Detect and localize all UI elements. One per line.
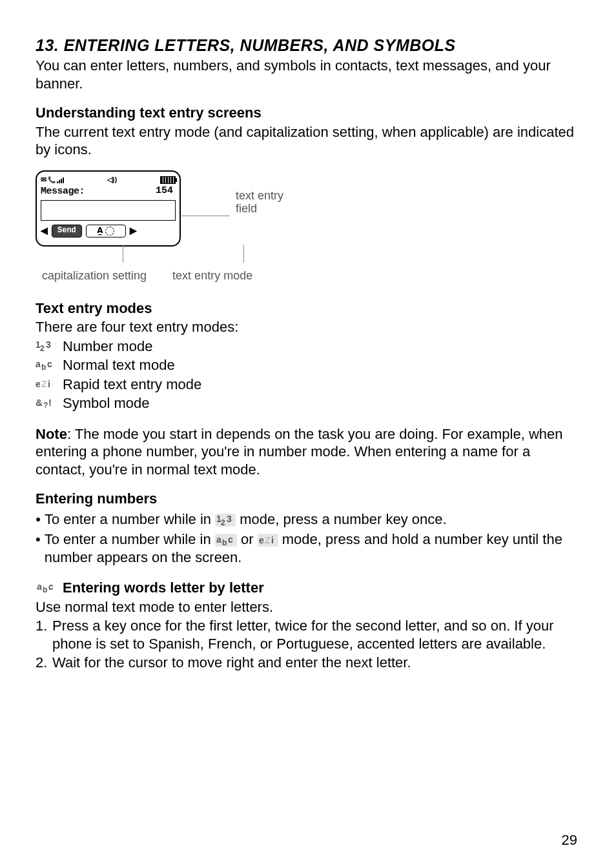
phone-char-counter: 154 [156,185,173,197]
figure-annot-mode: text entry mode [172,268,252,283]
mode-item-symbol: Symbol mode [36,394,580,412]
body-modes-intro: There are four text entry modes: [36,318,580,336]
section-title: 13. ENTERING LETTERS, NUMBERS, AND SYMBO… [36,35,580,56]
mode-item-normal: Normal text mode [36,356,580,374]
normal-text-mode-inline-icon [215,534,237,547]
capitalization-glyph-icon: A̲ [97,226,103,236]
phone-text-entry-field [41,200,176,221]
normal-text-mode-heading-icon [36,581,59,594]
bullet-dot-icon: • [36,530,41,549]
phone-textmode-softkey: A̲ [86,225,126,237]
left-arrow-icon: ◀ [41,225,48,237]
mode-label-number: Number mode [63,338,152,356]
figure-pointer-cap [123,245,123,263]
numbers-bullet-1: • To enter a number while in mode, press… [36,510,580,529]
phone-screen-illustration: ✉ 📞 ◁)) Message: 154 [36,170,181,247]
mode-label-symbol: Symbol mode [63,394,150,412]
symbol-mode-icon [36,396,59,410]
mode-item-rapid: Rapid text entry mode [36,376,580,394]
note-label: Note [36,426,67,442]
letters-step-2: 2. Wait for the cursor to move right and… [36,654,580,672]
figure-text-entry-screen: ✉ 📞 ◁)) Message: 154 [36,170,580,283]
figure-annot-cap: capitalization setting [42,268,147,283]
numbers-bullet-2b: or [241,531,258,547]
page-number: 29 [562,831,577,849]
figure-annot-textfield: text entry field [236,190,283,216]
note-block: Note: The mode you start in depends on t… [36,425,580,479]
step-number-1: 1. [36,617,48,635]
message-indicator-icon: ✉ [41,176,46,185]
mode-label-normal: Normal text mode [63,356,175,374]
body-understanding: The current text entry mode (and capital… [36,123,580,159]
figure-pointer-mode [243,245,244,263]
numbers-bullet-2: • To enter a number while in or mode, pr… [36,530,580,566]
step-number-2: 2. [36,654,48,672]
rapid-text-mode-icon [36,378,59,392]
letters-step-1: 1. Press a key once for the first letter… [36,617,580,652]
figure-pointer-textfield [181,216,230,216]
number-mode-inline-icon [215,514,236,527]
heading-understanding: Understanding text entry screens [36,104,580,122]
heading-text-entry-modes: Text entry modes [36,299,580,318]
numbers-bullet-2a: To enter a number while in [45,531,215,547]
mode-label-rapid: Rapid text entry mode [63,376,201,394]
battery-icon [160,176,176,184]
sound-icon: ◁)) [107,176,117,183]
heading-entering-words: Entering words letter by letter [63,579,264,597]
right-arrow-icon: ▶ [130,225,137,237]
mode-item-number: Number mode [36,338,580,356]
bullet-dot-icon: • [36,510,41,529]
numbers-bullet-1a: To enter a number while in [45,511,215,527]
letters-step-2-text: Wait for the cursor to move right and en… [52,654,411,672]
note-body: : The mode you start in depends on the t… [36,426,563,478]
letters-step-1-text: Press a key once for the first letter, t… [52,617,580,652]
number-mode-icon [36,339,59,354]
heading-entering-numbers: Entering numbers [36,490,580,508]
body-letters-intro: Use normal text mode to enter letters. [36,598,580,616]
textmode-gear-icon [105,227,114,236]
section-intro: You can enter letters, numbers, and symb… [36,57,580,92]
phone-icon: 📞 [48,176,56,185]
phone-send-softkey: Send [52,225,82,237]
rapid-text-mode-inline-icon [258,534,278,547]
numbers-bullet-1b: mode, press a number key once. [240,511,446,527]
signal-bars-icon [57,177,64,183]
normal-text-mode-icon [36,358,59,372]
